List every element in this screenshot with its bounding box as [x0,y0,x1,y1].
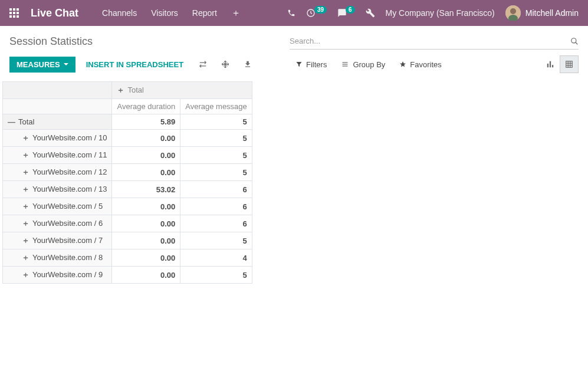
groupby-label: Group By [353,60,385,69]
svg-rect-11 [552,65,553,67]
cell: 5 [180,164,252,181]
graph-view-button[interactable] [541,55,560,73]
activity-badge: 39 [314,6,327,14]
row-header[interactable]: ＋YourWebsite.com / 7 [3,232,112,249]
debug-icon[interactable] [366,8,375,18]
cell: 0.00 [112,130,180,147]
row-header[interactable]: ＋YourWebsite.com / 6 [3,215,112,232]
cell: 5 [180,267,252,284]
nav-new-icon[interactable]: ＋ [231,7,241,19]
activity-icon[interactable]: 39 [306,8,327,18]
row-header[interactable]: ＋YourWebsite.com / 12 [3,164,112,181]
plus-icon[interactable]: ＋ [22,252,29,263]
nav-link-report[interactable]: Report [192,8,217,18]
pivot-view-button[interactable] [560,55,579,73]
control-panel: Session Statistics MEASURES INSERT IN SP… [0,26,588,79]
plus-icon[interactable]: ＋ [22,167,29,178]
svg-point-2 [510,8,516,14]
search-input[interactable] [290,34,570,48]
filters-label: Filters [306,60,327,69]
plus-icon[interactable]: ＋ [117,85,124,96]
pivot-corner [3,82,112,99]
plus-icon[interactable]: ＋ [22,235,29,246]
cell: 5.89 [112,114,180,130]
plus-icon[interactable]: ＋ [22,150,29,160]
cell: 5 [180,147,252,164]
cell: 6 [180,198,252,215]
pivot-table: ＋Total Average duration Average message … [2,81,252,284]
star-icon [399,61,406,68]
top-navbar: Live Chat Channels Visitors Report ＋ 39 … [0,0,588,26]
page-title: Session Statistics [9,35,93,48]
search-icon[interactable] [570,37,579,45]
cell: 0.00 [112,267,180,284]
expand-all-icon[interactable] [216,57,234,72]
search-box[interactable] [290,33,579,50]
svg-rect-9 [547,64,548,67]
apps-icon[interactable] [9,8,19,18]
messages-icon[interactable]: 6 [337,8,355,18]
svg-point-4 [571,38,576,42]
company-selector[interactable]: My Company (San Francisco) [386,8,495,18]
measures-button[interactable]: MEASURES [9,57,75,73]
cell: 0.00 [112,164,180,181]
cell: 0.00 [112,147,180,164]
cell: 0.00 [112,198,180,215]
cell: 53.02 [112,181,180,198]
cell: 6 [180,215,252,232]
row-header[interactable]: ＋YourWebsite.com / 5 [3,198,112,215]
row-header[interactable]: ＋YourWebsite.com / 11 [3,147,112,164]
measures-label: MEASURES [17,60,60,69]
favorites-button[interactable]: Favorites [393,57,447,73]
row-header-total[interactable]: —Total [3,114,112,130]
plus-icon[interactable]: ＋ [22,270,29,280]
flip-axis-icon[interactable] [194,57,212,72]
svg-rect-12 [566,61,573,68]
row-header[interactable]: ＋YourWebsite.com / 10 [3,130,112,147]
plus-icon[interactable]: ＋ [22,218,29,229]
svg-line-5 [576,42,578,44]
cell: 5 [180,130,252,147]
user-menu[interactable]: Mitchell Admin [505,5,579,21]
filters-button[interactable]: Filters [290,57,333,73]
user-name: Mitchell Admin [525,8,579,18]
cell: 0.00 [112,232,180,249]
row-header[interactable]: ＋YourWebsite.com / 13 [3,181,112,198]
phone-icon[interactable] [287,9,295,17]
row-header[interactable]: ＋YourWebsite.com / 9 [3,267,112,284]
cell: 5 [180,114,252,130]
cell: 0.00 [112,249,180,267]
plus-icon[interactable]: ＋ [22,133,29,143]
insert-spreadsheet-button[interactable]: INSERT IN SPREADSHEET [80,57,189,73]
filter-icon [295,61,303,68]
pivot-corner2 [3,99,112,114]
measure-header-1[interactable]: Average message [180,99,252,114]
plus-icon[interactable]: ＋ [22,184,29,195]
nav-link-visitors[interactable]: Visitors [151,8,178,18]
groupby-button[interactable]: Group By [335,57,391,73]
svg-rect-10 [550,61,551,68]
messages-badge: 6 [346,6,355,14]
minus-icon[interactable]: — [8,117,15,126]
col-header-total[interactable]: ＋Total [112,82,252,99]
app-brand[interactable]: Live Chat [31,7,78,19]
download-icon[interactable] [239,57,257,72]
row-header[interactable]: ＋YourWebsite.com / 8 [3,249,112,267]
cell: 6 [180,181,252,198]
avatar [505,5,521,21]
favorites-label: Favorites [410,60,441,69]
groupby-icon [341,61,349,68]
cell: 4 [180,249,252,267]
cell: 0.00 [112,215,180,232]
plus-icon[interactable]: ＋ [22,201,29,212]
cell: 5 [180,232,252,249]
caret-down-icon [64,63,68,65]
nav-links: Channels Visitors Report [102,8,217,18]
measure-header-0[interactable]: Average duration [112,99,180,114]
nav-link-channels[interactable]: Channels [102,8,137,18]
view-switcher [541,55,579,73]
